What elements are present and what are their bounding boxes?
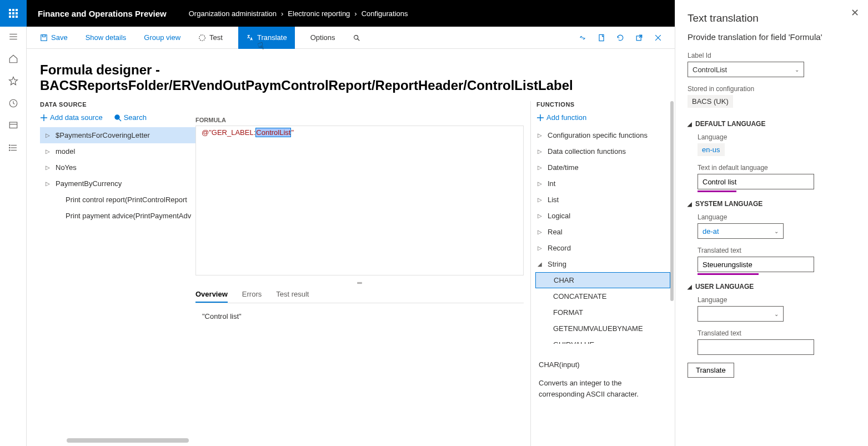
system-language-section[interactable]: ◢SYSTEM LANGUAGE [688,200,856,208]
function-item[interactable]: FORMAT [535,304,670,320]
svg-point-33 [354,35,358,39]
add-function-button[interactable]: Add function [536,113,586,122]
default-text-label: Text in default language [698,164,856,172]
system-lang-select[interactable]: de-at⌄ [698,223,784,239]
tab-test-result[interactable]: Test result [276,290,309,303]
data-source-item[interactable]: Print payment advice(PrintPaymentAdv [40,208,195,224]
tree-item-label: Print control report(PrintControlReport [66,196,187,204]
function-group[interactable]: ▷Configuration specific functions [535,127,670,143]
breadcrumb-item[interactable]: Configurations [362,9,408,18]
data-source-item[interactable]: ▷PaymentByCurrency [40,176,195,192]
function-group[interactable]: ▷Date/time [535,159,670,176]
user-lang-select[interactable]: ⌄ [698,306,784,322]
popout-icon[interactable] [634,32,645,43]
scrollbar[interactable] [67,438,189,443]
function-group[interactable]: ▷List [535,192,670,208]
document-icon[interactable] [596,32,607,43]
link-icon[interactable] [577,32,588,43]
function-description: Converts an integer to the corresponding… [539,378,667,399]
tab-overview[interactable]: Overview [195,290,228,303]
chevron-down-icon: ⌄ [774,228,779,234]
chevron-right-icon: › [281,9,283,18]
tree-item-label: Print payment advice(PrintPaymentAdv [66,212,191,220]
refresh-icon[interactable] [615,32,626,43]
drag-handle-icon[interactable]: ═ [195,279,524,287]
result-tabs: Overview Errors Test result [195,290,524,303]
list-icon[interactable] [8,142,19,153]
breadcrumb-item[interactable]: Organization administration [189,9,277,18]
triangle-down-icon: ◢ [688,121,692,127]
function-item[interactable]: GETENUMVALUEBYNAME [535,320,670,337]
function-group-label: Real [548,228,563,236]
default-text-input[interactable] [698,174,814,189]
waffle-icon[interactable] [0,0,27,27]
group-view-button[interactable]: Group view [142,27,183,49]
overview-value: "Control list" [195,312,524,320]
data-source-item[interactable]: ▷model [40,143,195,159]
function-group[interactable]: ▷Data collection functions [535,143,670,159]
function-group-label: Configuration specific functions [548,131,648,139]
clock-icon[interactable] [8,98,19,109]
function-group[interactable]: ▷Real [535,224,670,240]
function-group[interactable]: ▷Logical [535,208,670,224]
search-data-source-button[interactable]: Search [114,113,147,122]
function-group[interactable]: ▷Int [535,176,670,192]
translate-button[interactable]: Translate [688,363,734,378]
formula-editor[interactable]: @"GER_LABEL:ControlList" [195,126,524,275]
chevron-down-icon: ⌄ [774,311,779,317]
function-item[interactable]: CONCATENATE [535,288,670,304]
function-group[interactable]: ◢String [535,256,670,272]
data-source-tree: ▷$PaymentsForCoveringLetter▷model▷NoYes▷… [40,127,195,224]
add-data-source-button[interactable]: Add data source [40,113,103,122]
svg-rect-7 [12,16,14,18]
triangle-down-icon: ◢ [688,201,692,207]
options-button[interactable]: Options [308,27,338,49]
default-language-section[interactable]: ◢DEFAULT LANGUAGE [688,120,856,128]
chevron-right-icon: ▷ [538,229,543,235]
test-button[interactable]: Test [196,27,225,49]
function-item[interactable]: CHAR [535,272,670,288]
svg-rect-31 [42,34,45,37]
user-text-input[interactable] [698,339,814,355]
module-icon[interactable] [8,120,19,131]
data-source-item[interactable]: ▷NoYes [40,159,195,176]
function-group[interactable]: ▷Record [535,240,670,256]
chevron-right-icon: ▷ [46,148,51,154]
tab-errors[interactable]: Errors [242,290,262,303]
breadcrumb-item[interactable]: Electronic reporting [288,9,350,18]
save-label: Save [51,33,68,42]
home-icon[interactable] [8,53,19,64]
svg-rect-0 [9,9,11,11]
svg-point-29 [9,150,10,151]
function-group-label: Int [548,179,555,188]
scrollbar[interactable] [670,101,674,301]
chevron-right-icon: ▷ [46,181,51,187]
hamburger-icon[interactable] [8,31,19,42]
translate-button[interactable]: Translate [238,27,295,49]
user-language-section[interactable]: ◢USER LANGUAGE [688,283,856,290]
svg-line-34 [358,38,360,41]
left-rail [0,27,27,446]
save-button[interactable]: Save [38,27,70,49]
close-icon[interactable] [653,32,664,43]
data-source-item[interactable]: Print control report(PrintControlReport [40,192,195,208]
close-icon[interactable]: ✕ [851,7,859,19]
search-action-icon[interactable] [350,27,363,49]
show-details-button[interactable]: Show details [83,27,129,49]
user-text-label: Translated text [698,329,856,337]
translated-text-input[interactable] [698,257,814,272]
functions-column: FUNCTIONS Add function ▷Configuration sp… [530,101,675,446]
function-item[interactable]: GUIDVALUE [535,337,670,344]
svg-rect-5 [16,12,18,14]
panel-subtitle: Provide translation for field 'Formula' [688,31,856,43]
formula-label: FORMULA [195,117,524,123]
chevron-down-icon: ⌄ [795,67,799,73]
label-id-select[interactable]: ControlList⌄ [688,62,804,77]
default-lang-value[interactable]: en-us [698,143,725,156]
data-source-item[interactable]: ▷$PaymentsForCoveringLetter [40,127,195,143]
star-icon[interactable] [8,76,19,87]
svg-point-32 [199,34,205,41]
data-source-column: DATA SOURCE Add data source Search ▷$Pay… [40,101,195,446]
chevron-right-icon: ▷ [538,148,543,154]
chevron-right-icon: ▷ [538,213,543,219]
